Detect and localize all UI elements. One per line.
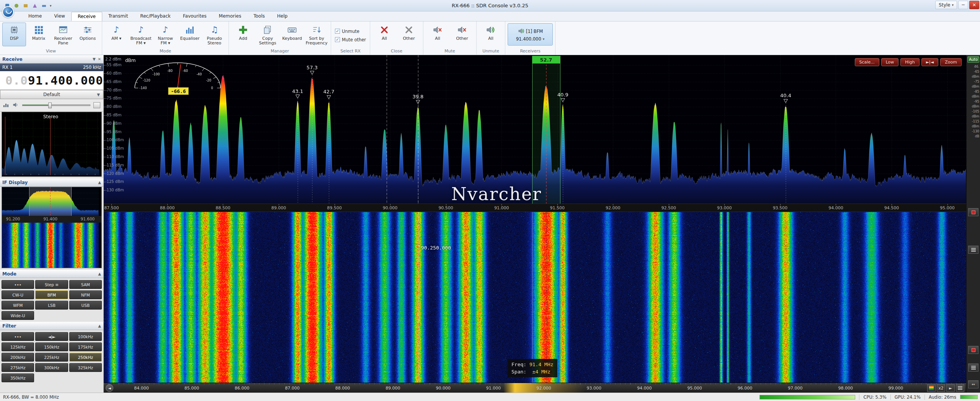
- strip-marker-button[interactable]: [968, 346, 978, 354]
- mode-button-sam[interactable]: SAM: [69, 280, 102, 289]
- tab-transmit[interactable]: Transmit: [102, 12, 134, 21]
- nav-waterfall-button[interactable]: [927, 384, 936, 392]
- panel-close-icon[interactable]: ✕: [98, 57, 101, 61]
- band-navigation-bar[interactable]: ◄ x2 ► 84.00085.00086.00087.00088.00089.…: [104, 383, 966, 393]
- nav-frequency-label: 93.000: [587, 386, 602, 391]
- filter-button-300khz[interactable]: 300kHz: [35, 363, 68, 372]
- filter-button-350khz[interactable]: 350kHz: [2, 373, 34, 382]
- audio-spectrum-canvas[interactable]: [2, 112, 100, 175]
- collapse-up-icon[interactable]: ▲: [98, 324, 101, 328]
- filter-button-100khz[interactable]: 100kHz: [69, 332, 102, 341]
- view-options[interactable]: Options: [76, 23, 100, 46]
- spectrum-frequency-ruler[interactable]: 87.50088.00088.50089.00089.50090.00090.5…: [104, 204, 966, 212]
- tab-favourites[interactable]: Favourites: [177, 12, 213, 21]
- volume-option-button[interactable]: [93, 102, 100, 108]
- preset-dropdown[interactable]: Default ▼: [0, 90, 103, 99]
- filter-button-[interactable]: •••: [2, 332, 34, 341]
- mode-button-bfm[interactable]: BFM: [35, 290, 68, 299]
- mode-button-wideu[interactable]: Wide-U: [2, 311, 34, 320]
- view-dsp[interactable]: DSP: [2, 23, 26, 46]
- mute-all[interactable]: All: [426, 23, 449, 46]
- speaker-icon[interactable]: [12, 102, 19, 109]
- mode-am[interactable]: ♪AM ▾: [105, 23, 128, 46]
- if-frequency-labels: 91.20091.40091.600: [2, 216, 101, 223]
- view-receiver-pane[interactable]: Receiver Pane: [51, 23, 75, 47]
- style-button[interactable]: Style ▾: [935, 1, 957, 9]
- panel-dropdown-icon[interactable]: ▼: [93, 57, 96, 61]
- note-icon: ♪: [138, 26, 144, 34]
- mode-button-usb[interactable]: USB: [69, 301, 102, 310]
- filter-button-150khz[interactable]: 150kHz: [35, 342, 68, 351]
- if-spectrum-canvas[interactable]: [2, 187, 99, 216]
- manager-copy-settings[interactable]: Copy Settings: [256, 23, 279, 47]
- unmute-all[interactable]: All: [479, 23, 503, 46]
- mode-button-nfm[interactable]: NFM: [69, 290, 102, 299]
- volume-slider[interactable]: [22, 104, 90, 106]
- close-all[interactable]: All: [372, 23, 396, 46]
- spectrum-button-scale[interactable]: Scale...: [855, 58, 879, 66]
- mode-narrow-fm[interactable]: ♪Narrow FM ▾: [154, 23, 177, 47]
- tab-help[interactable]: Help: [271, 12, 294, 21]
- minimize-button[interactable]: ─: [958, 1, 968, 9]
- spectrum-button-low[interactable]: Low: [881, 58, 899, 66]
- spectrum-button-zoom[interactable]: Zoom: [940, 58, 962, 66]
- collapse-up-icon[interactable]: ▲: [98, 272, 101, 276]
- close-button[interactable]: ✕: [969, 1, 979, 9]
- volume-slider-thumb[interactable]: [48, 103, 52, 108]
- close-all-icon: [380, 24, 389, 35]
- collapse-up-icon[interactable]: ▲: [98, 180, 101, 184]
- filter-button-250khz[interactable]: 250kHz: [69, 353, 102, 362]
- mode-equaliser[interactable]: Equaliser: [178, 23, 202, 46]
- checkbox-unmute[interactable]: ✓Unmute: [333, 28, 361, 35]
- filter-button-325khz[interactable]: 325kHz: [69, 363, 102, 372]
- receiver-select-button[interactable]: [1] BFM 91.400.000 ▾: [508, 23, 553, 46]
- mode-button-wfm[interactable]: WFM: [2, 301, 34, 310]
- manager-keyboard-label: Keyboard: [282, 36, 302, 41]
- mode-button-step[interactable]: Step ≡: [35, 280, 68, 289]
- filter-button-200khz[interactable]: 200kHz: [2, 353, 34, 362]
- waterfall-canvas[interactable]: [104, 212, 966, 383]
- auto-scale-button[interactable]: Auto: [967, 56, 979, 63]
- nav-scroll-right-button[interactable]: ►: [946, 384, 955, 392]
- mode-pseudo-stereo[interactable]: ♫Pseudo Stereo: [203, 23, 226, 47]
- view-matrix-label: Matrix: [32, 36, 46, 41]
- checkbox-mute-other[interactable]: ✓Mute other: [333, 36, 368, 44]
- tab-receive[interactable]: Receive: [71, 12, 102, 21]
- mode-broadcast-fm[interactable]: ♪Broadcast FM ▾: [129, 23, 153, 47]
- filter-button-125khz[interactable]: 125kHz: [2, 342, 34, 351]
- filter-button-225khz[interactable]: 225kHz: [35, 353, 68, 362]
- spectrum-button-high[interactable]: High: [900, 58, 919, 66]
- audio-graph-icon[interactable]: [3, 102, 9, 109]
- mute-other[interactable]: Other: [450, 23, 474, 46]
- filter-button-[interactable]: ◄|►: [35, 332, 68, 341]
- app-orb-button[interactable]: [2, 6, 14, 18]
- tab-memories[interactable]: Memories: [213, 12, 248, 21]
- strip-display-button[interactable]: [968, 364, 978, 372]
- nav-scroll-left-button[interactable]: ◄: [106, 384, 113, 392]
- tab-tools[interactable]: Tools: [247, 12, 271, 21]
- tab-rec-playback[interactable]: Rec/Playback: [134, 12, 176, 21]
- strip-record-button[interactable]: [968, 208, 978, 216]
- nav-options-button[interactable]: [956, 384, 964, 392]
- mode-button-[interactable]: •••: [2, 280, 34, 289]
- manager-add[interactable]: Add: [231, 23, 255, 46]
- if-waterfall-canvas[interactable]: [2, 223, 99, 268]
- filter-button-275khz[interactable]: 275kHz: [2, 363, 34, 372]
- spectrum-button-[interactable]: ►|◄: [921, 58, 939, 66]
- manager-keyboard[interactable]: Keyboard: [280, 23, 304, 46]
- mode-button-cwu[interactable]: CW-U: [2, 290, 34, 299]
- manager-sort-by-frequency-label: Sort by Frequency: [306, 36, 328, 46]
- tab-view[interactable]: View: [48, 12, 71, 21]
- frequency-display[interactable]: 0.091.400.000: [0, 71, 103, 90]
- tab-home[interactable]: Home: [22, 12, 48, 21]
- mode-button-lsb[interactable]: LSB: [35, 301, 68, 310]
- strip-settings-button[interactable]: [968, 246, 978, 254]
- manager-sort-by-frequency[interactable]: Sort by Frequency: [305, 23, 328, 47]
- close-other[interactable]: Other: [397, 23, 421, 46]
- filter-button-175khz[interactable]: 175kHz: [69, 342, 102, 351]
- frequency-value: 91.400.000: [28, 73, 103, 87]
- view-matrix[interactable]: Matrix: [27, 23, 51, 46]
- mute-all-icon: [433, 24, 443, 35]
- strip-resize-button[interactable]: ↔: [968, 380, 978, 388]
- nav-zoom-x2-button[interactable]: x2: [937, 384, 945, 392]
